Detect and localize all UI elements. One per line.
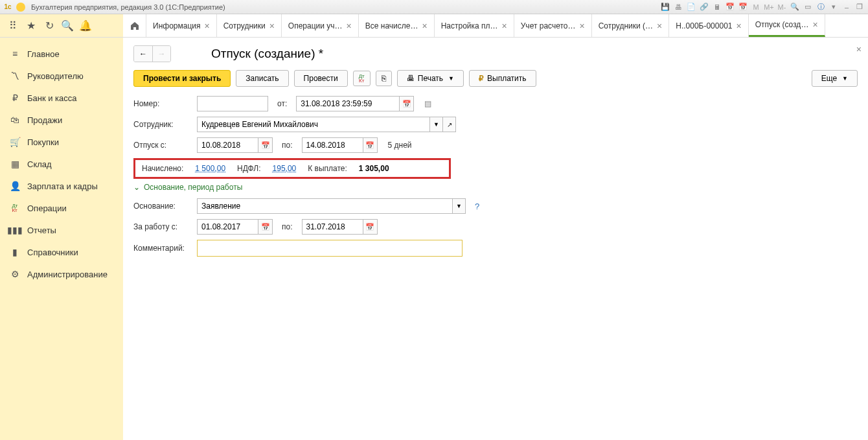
mplus-icon[interactable]: M+ (763, 2, 775, 12)
sidebar-item-rukovoditelyu[interactable]: 〽Руководителю (0, 65, 123, 87)
sidebar-label: Продажи (27, 115, 62, 125)
sidebar-item-operatsii[interactable]: ДтКтОперации (0, 197, 123, 219)
sidebar-item-admin[interactable]: ⚙Администрирование (0, 263, 123, 285)
dropdown-icon[interactable] (16, 2, 26, 12)
calendar-button[interactable]: 📅 (363, 137, 378, 153)
number-input[interactable] (197, 96, 268, 111)
dropdown-button[interactable]: ▼ (430, 117, 443, 132)
work-from-label: За работу с: (133, 222, 192, 231)
calendar-icon[interactable]: 📅 (724, 2, 736, 12)
back-button[interactable]: ← (134, 46, 152, 62)
sidebar-label: Администрирование (27, 270, 108, 279)
dropdown-button[interactable]: ▼ (453, 198, 466, 214)
tab-uchet[interactable]: Учет расчето…× (514, 14, 592, 37)
bell-icon[interactable]: 🔔 (79, 19, 92, 32)
close-icon[interactable]: × (422, 21, 427, 31)
post-close-button[interactable]: Провести и закрыть (133, 70, 231, 87)
close-icon[interactable]: × (502, 21, 507, 31)
sidebar-label: Операции (27, 203, 67, 213)
sidebar-item-pokupki[interactable]: 🛒Покупки (0, 131, 123, 153)
calendar-button[interactable]: 📅 (400, 96, 414, 111)
tab-otpusk[interactable]: Отпуск (созд…× (749, 14, 825, 37)
calendar2-icon[interactable]: 📅 (737, 2, 749, 12)
close-icon[interactable]: × (657, 21, 662, 31)
save-button[interactable]: Записать (236, 70, 288, 87)
ndfl-link[interactable]: 195,00 (273, 164, 297, 173)
comment-input[interactable] (197, 240, 463, 257)
person-icon: 👤 (9, 180, 21, 192)
help-icon[interactable]: ? (475, 202, 479, 211)
file-icon[interactable]: 📄 (685, 2, 697, 12)
close-icon[interactable]: × (580, 21, 585, 31)
close-page-icon[interactable]: × (856, 44, 862, 54)
close-icon[interactable]: × (737, 21, 742, 31)
home-icon (130, 21, 140, 31)
link-icon[interactable]: 🔗 (698, 2, 710, 12)
chart-icon: 〽 (9, 70, 21, 82)
sidebar-item-prodazhi[interactable]: 🛍Продажи (0, 109, 123, 131)
vacation-to-input[interactable] (302, 137, 363, 153)
calendar-button[interactable]: 📅 (258, 219, 273, 235)
sidebar-item-spravochniki[interactable]: ▮Справочники (0, 241, 123, 263)
history-icon[interactable]: ↻ (43, 19, 56, 32)
comment-label: Комментарий: (133, 244, 192, 253)
forward-button[interactable]: → (152, 46, 170, 62)
grid-icon[interactable]: ⠿ (6, 19, 19, 32)
pay-button[interactable]: ₽Выплатить (469, 70, 536, 87)
window-icon[interactable]: ▭ (802, 2, 814, 12)
sidebar-item-otchety[interactable]: ▮▮▮Отчеты (0, 219, 123, 241)
tab-sotrudniki2[interactable]: Сотрудники (…× (592, 14, 670, 37)
content: × ← → Отпуск (создание) * Провести и зак… (123, 38, 868, 440)
accrued-link[interactable]: 1 500,00 (195, 164, 225, 173)
print-button[interactable]: 🖶Печать▼ (397, 70, 464, 87)
home-tab[interactable] (123, 14, 146, 37)
tab-operatsii[interactable]: Операции уч…× (282, 14, 359, 37)
print-icon[interactable]: 🖶 (672, 2, 684, 12)
list-icon[interactable]: ▤ (424, 99, 431, 108)
employee-input[interactable] (197, 117, 430, 132)
close-icon[interactable]: × (269, 21, 275, 31)
close-icon[interactable]: × (812, 19, 817, 30)
close-icon[interactable]: × (347, 21, 352, 31)
from-label: от: (273, 99, 291, 108)
calendar-button[interactable]: 📅 (258, 137, 273, 153)
open-button[interactable]: ↗ (443, 117, 456, 132)
star-icon[interactable]: ★ (25, 19, 38, 32)
sidebar-item-zarplata[interactable]: 👤Зарплата и кадры (0, 175, 123, 197)
calc-icon[interactable]: 🖩 (711, 2, 723, 12)
toolbar: ⠿ ★ ↻ 🔍 🔔 Информация× Сотрудники× Операц… (0, 14, 868, 38)
save-icon[interactable]: 💾 (659, 2, 671, 12)
dropdown2-icon[interactable]: ▾ (828, 2, 839, 12)
work-to-input[interactable] (302, 219, 363, 235)
structure-button[interactable]: ⎘ (376, 71, 392, 86)
close-icon[interactable]: × (204, 21, 209, 31)
vacation-from-input[interactable] (197, 137, 258, 153)
window-title: Бухгалтерия предприятия, редакция 3.0 (1… (31, 3, 225, 11)
dtkt-button[interactable]: ДтКт (353, 71, 371, 86)
m-icon[interactable]: M (750, 2, 762, 12)
sidebar-item-sklad[interactable]: ▦Склад (0, 153, 123, 175)
employee-label: Сотрудник: (133, 120, 192, 129)
minimize-icon[interactable]: – (841, 2, 852, 12)
menu-icon: ≡ (9, 48, 21, 60)
mminus-icon[interactable]: M- (776, 2, 788, 12)
zoom-in-icon[interactable]: 🔍 (789, 2, 801, 12)
post-button[interactable]: Провести (294, 70, 348, 87)
reason-input[interactable] (197, 198, 453, 214)
tab-sotrudniki[interactable]: Сотрудники× (217, 14, 282, 37)
work-from-input[interactable] (197, 219, 258, 235)
maximize-icon[interactable]: ❐ (854, 2, 865, 12)
sidebar-item-glavnoe[interactable]: ≡Главное (0, 43, 123, 65)
calendar-button[interactable]: 📅 (363, 219, 378, 235)
sidebar-label: Справочники (27, 248, 78, 257)
tab-n000b[interactable]: Н..000Б-000001× (669, 14, 748, 37)
tab-nastroika[interactable]: Настройка пл…× (435, 14, 514, 37)
help-icon[interactable]: ⓘ (815, 2, 827, 12)
sidebar-item-bank[interactable]: ₽Банк и касса (0, 87, 123, 109)
tab-nachisleniya[interactable]: Все начисле…× (359, 14, 435, 37)
search-icon[interactable]: 🔍 (61, 19, 74, 32)
section-toggle[interactable]: ⌄ Основание, период работы (133, 183, 858, 192)
more-button[interactable]: Еще▼ (812, 70, 858, 87)
tab-informatsiya[interactable]: Информация× (146, 14, 217, 37)
from-date-input[interactable] (296, 96, 400, 111)
